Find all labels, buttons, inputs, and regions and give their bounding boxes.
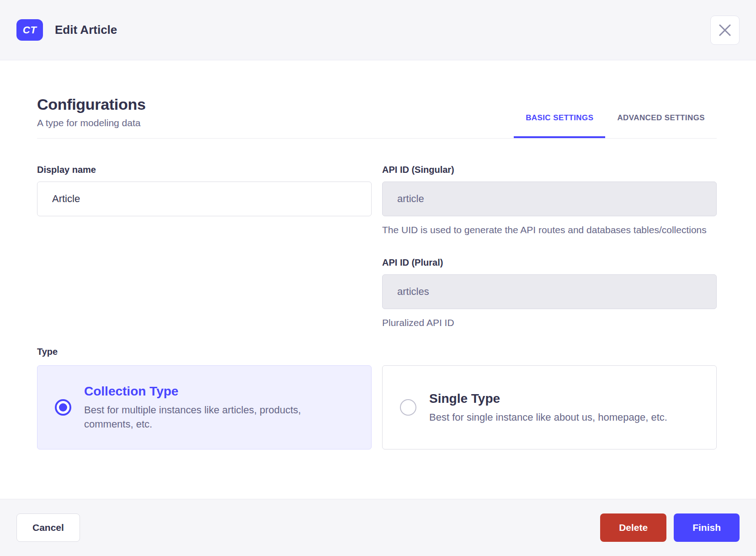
section-titles: Configurations A type for modeling data bbox=[37, 95, 146, 138]
close-icon bbox=[719, 24, 731, 36]
collection-type-description: Best for multiple instances like article… bbox=[84, 403, 340, 431]
modal-header-left: CT Edit Article bbox=[16, 19, 117, 41]
type-section: Type Collection Type Best for multiple i… bbox=[37, 346, 717, 449]
collection-type-radio[interactable] bbox=[55, 399, 71, 416]
api-id-singular-label: API ID (Singular) bbox=[382, 164, 717, 175]
tab-basic-settings[interactable]: BASIC SETTINGS bbox=[514, 113, 605, 138]
single-type-option[interactable]: Single Type Best for single instance lik… bbox=[382, 365, 717, 449]
page-subtitle: A type for modeling data bbox=[37, 117, 146, 129]
close-button[interactable] bbox=[710, 16, 740, 45]
page-title: Configurations bbox=[37, 95, 146, 113]
api-id-plural-hint: Pluralized API ID bbox=[382, 315, 717, 330]
single-type-description: Best for single instance like about us, … bbox=[429, 410, 667, 424]
settings-tabs: BASIC SETTINGS ADVANCED SETTINGS bbox=[514, 113, 717, 138]
api-id-plural-label: API ID (Plural) bbox=[382, 257, 717, 268]
collection-type-option[interactable]: Collection Type Best for multiple instan… bbox=[37, 365, 372, 449]
display-name-input[interactable] bbox=[37, 182, 372, 216]
footer-actions: Delete Finish bbox=[600, 513, 740, 542]
tab-advanced-settings[interactable]: ADVANCED SETTINGS bbox=[605, 113, 717, 138]
single-type-radio[interactable] bbox=[400, 399, 416, 416]
modal-body: Configurations A type for modeling data … bbox=[0, 60, 756, 499]
api-id-plural-input bbox=[382, 274, 717, 309]
single-type-text: Single Type Best for single instance lik… bbox=[429, 391, 667, 424]
api-id-singular-hint: The UID is used to generate the API rout… bbox=[382, 223, 717, 237]
display-name-field: Display name bbox=[37, 164, 372, 216]
edit-content-type-modal: CT Edit Article Configurations A type fo… bbox=[0, 0, 756, 556]
content-type-badge: CT bbox=[16, 19, 43, 41]
api-id-plural-field: API ID (Plural) Pluralized API ID bbox=[382, 257, 717, 330]
display-name-label: Display name bbox=[37, 164, 372, 175]
api-id-singular-input bbox=[382, 182, 717, 216]
modal-title: Edit Article bbox=[55, 23, 117, 37]
collection-type-title: Collection Type bbox=[84, 384, 340, 399]
modal-header: CT Edit Article bbox=[0, 0, 756, 60]
api-id-column: API ID (Singular) The UID is used to gen… bbox=[382, 164, 717, 330]
configuration-form: Display name API ID (Singular) The UID i… bbox=[37, 164, 717, 330]
api-id-singular-field: API ID (Singular) The UID is used to gen… bbox=[382, 164, 717, 237]
cancel-button[interactable]: Cancel bbox=[16, 513, 80, 542]
type-options: Collection Type Best for multiple instan… bbox=[37, 365, 717, 449]
modal-footer: Cancel Delete Finish bbox=[0, 499, 756, 556]
single-type-title: Single Type bbox=[429, 391, 667, 406]
collection-type-text: Collection Type Best for multiple instan… bbox=[84, 384, 340, 431]
type-label: Type bbox=[37, 346, 717, 357]
finish-button[interactable]: Finish bbox=[674, 513, 740, 542]
section-head: Configurations A type for modeling data … bbox=[37, 95, 717, 139]
delete-button[interactable]: Delete bbox=[600, 513, 666, 542]
